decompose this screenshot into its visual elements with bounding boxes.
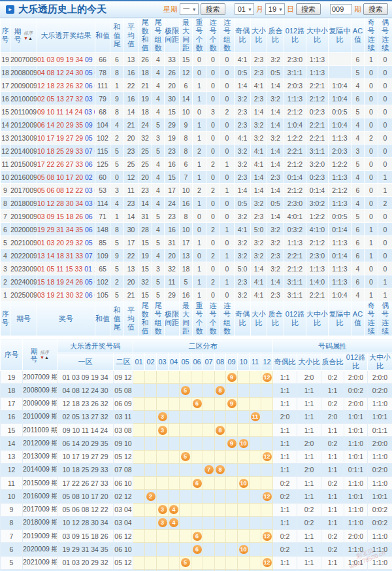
seq-cell: 9 — [1, 503, 23, 516]
ratio-cell: 1:1 — [297, 556, 321, 569]
stat-cell: 0:1:4 — [284, 171, 306, 184]
stat-cell: 20 — [124, 131, 139, 145]
stat-cell: 0 — [193, 223, 206, 236]
dist-cell: 11 — [250, 410, 261, 423]
stat-cell: 1:4 — [267, 184, 284, 197]
stat-cell: 1 — [193, 118, 206, 131]
stat-cell: 1:4 — [267, 210, 284, 223]
history-stats-table: 序号期号排序▼▲大乐透开奖结果和值和值尾平均值尾数和值尾号组数极限间距最大间距重… — [0, 18, 392, 336]
dist-cell — [133, 397, 145, 410]
stat-cell: 0 — [378, 92, 392, 105]
stat-cell: 114 — [95, 197, 110, 210]
ratio-cell: 1:1:0 — [344, 543, 368, 556]
front-numbers: 15 18 19 24 26 — [37, 278, 83, 286]
issue-cell: 2007009 期 — [23, 371, 57, 384]
front-numbers: 09 10 11 14 24 — [37, 108, 82, 116]
stat-cell: 5 — [351, 105, 365, 118]
page-title: 大乐透历史上的今天 — [18, 3, 106, 16]
ratio-cell: 1:1 — [297, 424, 321, 437]
week-select[interactable]: 一 ▼ — [180, 3, 199, 15]
sort-asc-icon[interactable]: ▲ — [44, 355, 49, 360]
stat-cell: 5 — [351, 158, 365, 171]
stat-cell: 2:1:2 — [284, 105, 306, 118]
ratio-cell: 1:1:0 — [344, 477, 368, 490]
ratio-cell: 0:2 — [321, 397, 344, 410]
zone1-numbers: 03 09 15 18 26 — [57, 530, 114, 543]
dist-cell — [250, 556, 261, 569]
result-cell: 13 14 18 31 33 07 10 — [37, 249, 95, 262]
back-number-ball: 12 — [263, 492, 272, 501]
stat-cell: 5 — [152, 288, 165, 302]
stat-cell: 8 — [110, 66, 124, 79]
stat-cell: 1:0:4 — [329, 92, 351, 105]
ratio-cell: 1:1:0 — [368, 556, 392, 569]
stat-cell: 3:2 — [235, 249, 251, 262]
stat-cell: 6 — [351, 92, 365, 105]
dist-cell: 9 — [226, 437, 238, 450]
stat-cell: 29 — [165, 288, 180, 302]
issue-search-button[interactable]: 搜索 — [363, 3, 388, 15]
week-search-button[interactable]: 搜索 — [201, 3, 225, 15]
dist-cell — [145, 384, 157, 397]
seq-cell: 7 — [1, 530, 23, 543]
issue-cell: 2019009 期 — [23, 530, 57, 543]
day-select[interactable]: 19 ▼ — [265, 3, 285, 15]
month-label: 月 — [256, 5, 263, 14]
ratio-cell: 1:1 — [321, 556, 344, 569]
stat-cell: 17 — [124, 236, 139, 249]
t1-column-header: 尾号组数 — [152, 18, 165, 53]
sort-desc-icon[interactable]: ▼ — [40, 355, 44, 360]
dist-cell — [145, 543, 157, 556]
seq-cell: 4 — [1, 249, 10, 262]
stat-cell: 2:3 — [251, 92, 267, 105]
stat-cell: 4 — [152, 92, 165, 105]
dist-cell — [238, 503, 250, 516]
table-row: 8201800910 12 28 30 34 03 04114423144241… — [1, 197, 392, 210]
stat-cell: 10 — [180, 184, 193, 197]
stat-cell: 1:4 — [267, 145, 284, 158]
sort-control[interactable]: 排序▼▲ — [39, 350, 50, 360]
t1-column-header: 奇偶比 — [235, 18, 251, 53]
stat-cell: 1:1:3 — [329, 262, 351, 275]
stat-cell: 8 — [180, 210, 193, 223]
stat-cell: 0 — [365, 79, 378, 92]
dist-cell — [169, 556, 180, 569]
issue-cell: 2013009 期 — [23, 450, 57, 463]
stat-cell: 0 — [378, 131, 392, 145]
dist-cell — [145, 556, 157, 569]
stat-cell: 0 — [206, 288, 220, 302]
month-select[interactable]: 01 ▼ — [235, 3, 254, 15]
stat-cell: 3:2 — [235, 288, 251, 302]
ratio-cell: 0:0:2 — [368, 516, 392, 529]
table-row: 52021009 期01 03 20 29 3205 125121:11:11:… — [1, 556, 392, 569]
stat-cell: 0 — [220, 53, 235, 66]
stat-cell: 23 — [165, 210, 180, 223]
stat-cell: 20 — [124, 275, 139, 288]
table-row: 102016009 期05 08 10 17 2002 122120:21:11… — [1, 490, 392, 503]
dist-cell: 3 — [157, 516, 169, 529]
stat-cell: 2:3 — [267, 288, 284, 302]
stat-cell: 8 — [180, 145, 193, 158]
dist-cell — [157, 556, 169, 569]
sort-control[interactable]: 排序▼▲ — [23, 31, 33, 41]
result-cell: 10 12 28 30 34 03 04 — [37, 197, 95, 210]
back-numbers: 01 10 — [84, 265, 95, 273]
zone1-numbers: 04 08 12 24 30 — [57, 384, 114, 397]
stat-cell: 3:2 — [251, 249, 267, 262]
date-search-button[interactable]: 搜索 — [296, 3, 321, 15]
front-numbers: 04 08 12 24 30 — [37, 69, 83, 77]
stat-cell: 6 — [351, 53, 365, 66]
ratio-cell: 1:1:0 — [368, 450, 392, 463]
sort-asc-icon[interactable]: ▲ — [28, 36, 33, 41]
t1-column-header: AC值 — [351, 18, 365, 53]
dist-cell: 5 — [180, 556, 191, 569]
stat-cell: 1:2:2 — [329, 158, 351, 171]
stat-cell: 1:1:3 — [306, 53, 329, 66]
dist-cell — [215, 530, 226, 543]
t2-subheader-attr: 质合比 — [321, 353, 344, 371]
stat-cell: 6 — [351, 236, 365, 249]
t2-subheader-number: 06 — [191, 353, 203, 371]
back-number-ball: 12 — [263, 558, 272, 567]
issue-input[interactable] — [330, 4, 352, 14]
sort-desc-icon[interactable]: ▼ — [24, 36, 28, 41]
